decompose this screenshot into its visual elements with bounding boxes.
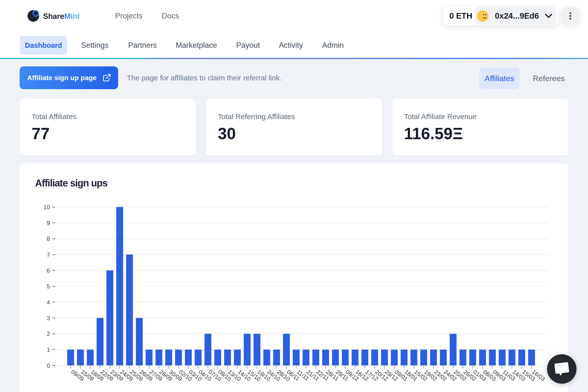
svg-text:10: 10 — [43, 204, 50, 210]
svg-text:8: 8 — [47, 236, 50, 242]
svg-text:3: 3 — [47, 315, 50, 322]
svg-text:6: 6 — [47, 267, 50, 274]
svg-text:5: 5 — [47, 283, 50, 290]
svg-text:9: 9 — [47, 220, 50, 226]
svg-text:7: 7 — [47, 251, 50, 258]
svg-text:1: 1 — [47, 346, 50, 353]
svg-text:2: 2 — [47, 330, 50, 337]
svg-text:0: 0 — [47, 362, 50, 369]
svg-text:4: 4 — [47, 299, 50, 306]
